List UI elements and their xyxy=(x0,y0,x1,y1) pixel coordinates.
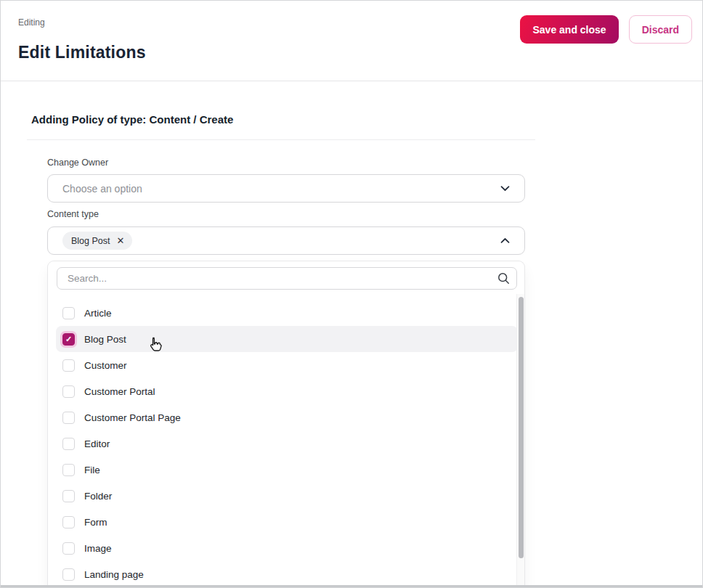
checkbox-unchecked[interactable]: ✓ xyxy=(62,412,75,424)
checkbox-unchecked[interactable]: ✓ xyxy=(62,490,75,502)
checkbox-unchecked[interactable]: ✓ xyxy=(62,438,75,450)
save-and-close-button[interactable]: Save and close xyxy=(520,15,618,44)
content-type-multiselect[interactable]: Blog Post ✕ xyxy=(47,226,525,255)
dropdown-scrollbar[interactable] xyxy=(516,294,524,588)
dropdown-option-row[interactable]: ✓Customer xyxy=(56,352,518,378)
chevron-up-icon xyxy=(499,234,511,247)
option-label: Customer Portal Page xyxy=(84,412,181,423)
option-label: Landing page xyxy=(84,569,144,580)
section-heading: Adding Policy of type: Content / Create xyxy=(31,113,233,126)
change-owner-select[interactable]: Choose an option xyxy=(47,174,525,203)
dropdown-option-row[interactable]: ✓Editor xyxy=(56,430,518,457)
option-label: Editor xyxy=(84,438,110,449)
search-input[interactable] xyxy=(57,267,517,290)
header-actions: Save and close Discard xyxy=(520,15,692,44)
dropdown-option-row[interactable]: ✓Image xyxy=(56,535,518,561)
dropdown-option-row[interactable]: ✓Customer Portal Page xyxy=(56,404,518,430)
checkbox-unchecked[interactable]: ✓ xyxy=(62,516,75,528)
chip-remove-icon[interactable]: ✕ xyxy=(117,236,125,245)
option-label: Form xyxy=(84,517,107,528)
dropdown-option-row[interactable]: ✓Customer Portal xyxy=(56,378,518,404)
dropdown-option-row[interactable]: ✓Form xyxy=(56,509,518,535)
checkbox-unchecked[interactable]: ✓ xyxy=(62,568,75,581)
checkbox-unchecked[interactable]: ✓ xyxy=(62,542,75,555)
scrollbar-thumb[interactable] xyxy=(519,297,524,558)
checkbox-unchecked[interactable]: ✓ xyxy=(62,359,75,372)
option-label: Article xyxy=(84,308,112,319)
dropdown-option-row[interactable]: ✓Landing page xyxy=(56,561,518,587)
dropdown-option-row[interactable]: ✓Folder xyxy=(56,483,518,509)
discard-button[interactable]: Discard xyxy=(629,15,692,44)
option-label: Customer Portal xyxy=(84,386,155,397)
window-bottom-edge xyxy=(1,585,702,587)
section-divider xyxy=(27,139,535,140)
change-owner-label: Change Owner xyxy=(47,158,108,168)
selected-chip[interactable]: Blog Post ✕ xyxy=(62,232,132,250)
dropdown-search xyxy=(57,267,517,290)
checkbox-checked[interactable]: ✓ xyxy=(62,333,75,346)
check-icon: ✓ xyxy=(65,335,72,343)
checkbox-unchecked[interactable]: ✓ xyxy=(62,307,75,319)
option-label: Blog Post xyxy=(84,334,126,345)
chip-label: Blog Post xyxy=(71,236,110,246)
dropdown-option-list: ✓Article✓Blog Post✓Customer✓Customer Por… xyxy=(56,300,518,587)
chevron-down-icon xyxy=(499,182,511,195)
search-icon xyxy=(497,271,511,288)
dropdown-option-row[interactable]: ✓Article xyxy=(56,300,518,326)
dropdown-option-row[interactable]: ✓File xyxy=(56,457,518,483)
dropdown-option-row[interactable]: ✓Blog Post xyxy=(56,326,518,352)
breadcrumb-editing: Editing xyxy=(18,17,45,28)
option-label: Folder xyxy=(84,491,112,502)
option-label: Image xyxy=(84,543,112,554)
checkbox-unchecked[interactable]: ✓ xyxy=(62,385,75,398)
checkbox-unchecked[interactable]: ✓ xyxy=(62,464,75,476)
option-label: Customer xyxy=(84,360,127,371)
content-type-dropdown-panel: ✓Article✓Blog Post✓Customer✓Customer Por… xyxy=(47,261,525,588)
option-label: File xyxy=(84,465,100,475)
change-owner-placeholder: Choose an option xyxy=(62,183,499,195)
content-type-label: Content type xyxy=(47,209,99,219)
page-header: Editing Edit Limitations Save and close … xyxy=(1,1,702,81)
page-title: Edit Limitations xyxy=(18,43,146,62)
